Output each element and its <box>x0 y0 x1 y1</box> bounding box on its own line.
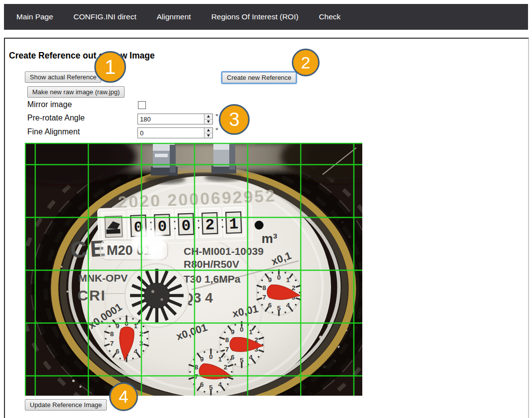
counter-dot <box>255 221 264 230</box>
spinner-up[interactable] <box>204 128 212 133</box>
dial-digit: 7 <box>263 294 266 301</box>
update-reference-image-button[interactable]: Update Reference Image <box>25 399 107 411</box>
dial-digit: 5 <box>277 304 281 312</box>
prerotate-spinner <box>204 114 212 124</box>
show-actual-reference-button[interactable]: Show actual Reference <box>25 71 101 83</box>
dial-digit: 7 <box>225 346 229 353</box>
unit-label: m³ <box>262 231 277 246</box>
dial-digit: 5 <box>209 384 213 391</box>
dial-digit: 4 <box>249 354 253 361</box>
fine-alignment-label: Fine Alignment <box>27 127 80 136</box>
dial-digit: 0 <box>240 326 244 333</box>
annotation-circle-1: 1 <box>94 51 126 83</box>
up-arrow-icon <box>207 129 210 131</box>
nav-roi[interactable]: Regions Of Interest (ROI) <box>211 12 299 21</box>
nav-alignment[interactable]: Alignment <box>157 12 191 21</box>
dial-digit: 9 <box>231 328 235 336</box>
counter-digit: 1 <box>229 215 239 233</box>
page-title: Create Reference out of Raw Image <box>9 51 155 61</box>
dial-digit: 1 <box>218 356 222 363</box>
counter-digit: 0 <box>181 217 191 235</box>
dial-digit: 0 <box>277 274 281 281</box>
brand2-mark: CRI <box>77 287 106 303</box>
dial-digit: 1 <box>286 276 290 284</box>
dial-digit: 8 <box>263 284 266 292</box>
dial-digit: 4 <box>286 301 290 309</box>
fine-spinner <box>204 128 212 138</box>
reference-image: 2020 2000692952 00021 m³ CE M20 01 CH- <box>25 143 362 396</box>
prerotate-angle-input-wrap <box>137 114 213 124</box>
top-surface-band <box>109 143 308 172</box>
top-nav: Main Page CONFIG.INI direct Alignment Re… <box>4 4 528 30</box>
ratio-mark: R80H/R50V <box>184 258 239 270</box>
nav-main-page[interactable]: Main Page <box>16 12 53 21</box>
spinner-up[interactable] <box>204 114 212 119</box>
nav-config-ini[interactable]: CONFIG.INI direct <box>73 12 136 21</box>
spinner-down[interactable] <box>204 119 212 124</box>
dial-digit: 8 <box>110 330 114 338</box>
fine-degree-unit: ° <box>215 126 218 134</box>
counter-assembly: 00021 <box>98 204 253 246</box>
dial-digit: 8 <box>225 336 229 344</box>
create-new-reference-button[interactable]: Create new Reference <box>222 72 296 83</box>
nav-check[interactable]: Check <box>319 12 340 21</box>
annotation-circle-3: 3 <box>219 104 250 135</box>
brand-mark: MNK-OPV <box>78 272 128 284</box>
dial-digit: 1 <box>249 328 253 336</box>
dial-digit: 6 <box>268 301 272 309</box>
up-arrow-icon <box>207 115 210 118</box>
content-panel: Create Reference out of Raw Image Show a… <box>4 38 529 418</box>
make-new-raw-image-button[interactable]: Make new raw image (raw.jpg) <box>27 86 125 98</box>
dial-digit: 6 <box>116 348 120 355</box>
approval-mark: CH-MI001-10039 <box>184 245 264 257</box>
temp-pressure-mark: T30 1,6MPa <box>184 273 241 285</box>
dial-digit: 7 <box>110 340 114 347</box>
dial-digit: 5 <box>240 357 244 364</box>
dial-digit: 9 <box>268 276 272 284</box>
dial-digit: 4 <box>218 381 222 388</box>
dial-digit: 9 <box>200 356 204 363</box>
prerotate-angle-input[interactable] <box>138 114 204 124</box>
fine-alignment-input-wrap <box>137 127 213 138</box>
dial-digit: 4 <box>133 348 137 355</box>
dial-digit: 2 <box>224 363 228 371</box>
down-arrow-icon <box>207 120 210 123</box>
dial-digit: 6 <box>200 381 204 388</box>
annotation-circle-4: 4 <box>109 382 138 411</box>
mirror-image-label: Mirror image <box>27 100 72 109</box>
counter-digit: 2 <box>205 216 215 234</box>
dial-digit: 0 <box>209 353 213 360</box>
dial-digit: 6 <box>231 354 235 361</box>
mirror-image-checkbox[interactable] <box>138 101 146 109</box>
down-arrow-icon <box>207 134 210 137</box>
fine-alignment-input[interactable] <box>138 128 204 138</box>
prerotate-angle-label: Pre-rotate Angle <box>27 114 85 122</box>
spinner-down[interactable] <box>204 133 212 138</box>
prerotate-degree-unit: ° <box>215 112 218 120</box>
annotation-circle-2: 2 <box>292 49 320 76</box>
